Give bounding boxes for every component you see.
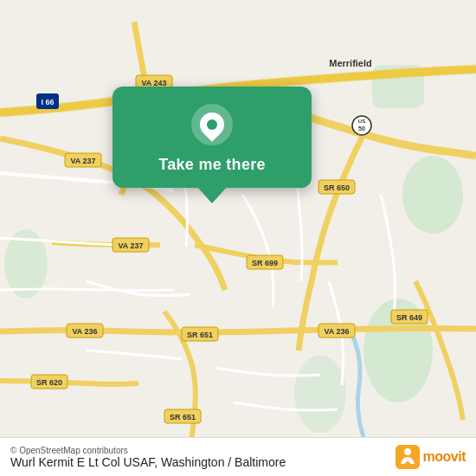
svg-text:SR 651: SR 651	[170, 413, 196, 421]
location-name: Wurl Kermit E Lt Col USAF, Washington / …	[10, 455, 286, 469]
svg-text:Merrifield: Merrifield	[329, 58, 372, 68]
svg-text:SR 650: SR 650	[324, 183, 350, 192]
svg-text:50: 50	[358, 125, 365, 132]
svg-text:SR 651: SR 651	[187, 331, 213, 339]
bottom-bar: © OpenStreetMap contributors Wurl Kermit…	[0, 437, 476, 476]
svg-text:US: US	[358, 119, 365, 124]
svg-text:I 66: I 66	[41, 98, 54, 106]
svg-text:SR 649: SR 649	[396, 313, 422, 322]
svg-text:VA 236: VA 236	[72, 327, 97, 336]
svg-text:VA 237: VA 237	[70, 157, 95, 165]
map-svg: I 66 US 50 VA 243 VA 237 VA 237 VA 236 S…	[0, 0, 476, 476]
moovit-logo: moovit	[396, 445, 466, 469]
svg-text:VA 236: VA 236	[324, 327, 349, 336]
svg-text:SR 699: SR 699	[252, 259, 278, 267]
svg-point-1	[402, 156, 463, 234]
moovit-icon	[396, 445, 420, 469]
map-container: I 66 US 50 VA 243 VA 237 VA 237 VA 236 S…	[0, 0, 476, 476]
bottom-text: © OpenStreetMap contributors Wurl Kermit…	[10, 446, 286, 469]
svg-point-4	[294, 355, 346, 433]
moovit-text: moovit	[423, 449, 466, 465]
svg-text:SR 620: SR 620	[36, 378, 62, 387]
attribution-text: © OpenStreetMap contributors	[10, 446, 286, 455]
take-me-there-button[interactable]: Take me there	[158, 156, 266, 174]
svg-point-34	[404, 448, 411, 455]
location-icon-circle	[191, 104, 233, 145]
popup-card: Take me there	[113, 87, 312, 188]
location-pin-icon	[195, 107, 229, 142]
svg-text:VA 237: VA 237	[118, 241, 143, 250]
